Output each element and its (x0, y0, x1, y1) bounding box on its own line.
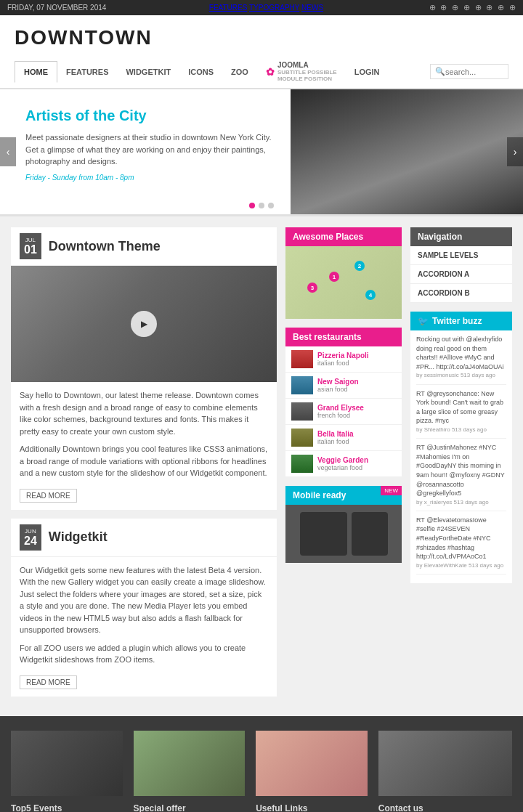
restaurant-name-1[interactable]: Pizzeria Napoli (317, 352, 396, 360)
main-nav: HOME FEATURES WIDGETKIT ICONS ZOO ✿ JOOM… (0, 55, 523, 89)
restaurant-name-2[interactable]: New Saigon (317, 378, 396, 386)
tweet-text-3: RT @JustinMahonez #NYC #Mahomies I'm on … (416, 443, 506, 498)
tweet-1: Rocking out with @alexhyfido doing real … (416, 335, 506, 385)
navigation-widget-items: SAMPLE LEVELS ACCORDION A ACCORDION B (410, 246, 512, 303)
main-content: JUL 01 Downtown Theme ▶ Say hello to Dow… (0, 216, 523, 716)
social-icon-3[interactable]: ⊕ (452, 3, 458, 12)
play-button[interactable]: ▶ (131, 311, 157, 337)
tweet-text-2: RT @greysonchance: New York bound! Can't… (416, 389, 506, 426)
tweet-text-4: RT @ElevatetomasIowe #selfie #24SEVEN #R… (416, 516, 506, 561)
nav-joomla[interactable]: ✿ JOOMLA SUBTITLE POSSIBLE MODULE POSITI… (257, 55, 346, 88)
restaurant-name-5[interactable]: Veggie Garden (317, 456, 396, 464)
site-logo[interactable]: DOWNTOWN (15, 26, 508, 49)
nav-icons[interactable]: ICONS (179, 62, 222, 82)
site-footer: Top5 Events 07/22/11 - Comedy Festival 0… (0, 716, 523, 813)
nav-login[interactable]: LOGIN (346, 62, 389, 82)
social-icon-1[interactable]: ⊕ (429, 3, 436, 12)
restaurant-name-4[interactable]: Bella Italia (317, 430, 396, 438)
social-icon-7[interactable]: ⊕ (498, 3, 504, 12)
footer-offer-col: Special offer Connys restaurant 20% off … (134, 731, 246, 813)
article2-date: JUN 24 (20, 524, 41, 551)
social-icon-5[interactable]: ⊕ (475, 3, 482, 12)
social-icon-6[interactable]: ⊕ (486, 3, 492, 12)
topbar-link-typography[interactable]: TYPOGRAPHY (249, 4, 299, 12)
tweet-4: RT @ElevatetomasIowe #selfie #24SEVEN #R… (416, 516, 506, 575)
hero-slider: Artists of the City Meet passionate desi… (0, 89, 523, 216)
article1-body2: Additionally Downtown brings you cool fe… (20, 443, 268, 479)
nav-widget-item-sample[interactable]: SAMPLE LEVELS (410, 246, 512, 265)
twitter-widget-header: 🐦 Twitter buzz (410, 312, 512, 330)
article-widgetkit: JUN 24 Widgetkit Our Widgetkit gets some… (11, 519, 277, 697)
search-input[interactable] (445, 68, 503, 76)
article2-read-more[interactable]: READ MORE (20, 675, 77, 689)
footer-contact-image (378, 731, 512, 796)
social-icon-4[interactable]: ⊕ (463, 3, 470, 12)
article1-body1: Say hello to Downtown, our latest theme … (20, 389, 268, 437)
nav-widgetkit[interactable]: WIDGETKIT (117, 62, 179, 82)
nav-widget-item-accordion-b[interactable]: ACCORDION B (410, 284, 512, 303)
middle-column: Awesome Places 1 2 3 4 Best restaurants … (285, 227, 402, 705)
topbar-link-news[interactable]: NEWS (301, 4, 323, 12)
footer-links-col: Useful Links Joomla Templates Wordpress … (256, 731, 368, 813)
restaurant-type-3: french food (317, 412, 396, 419)
footer-links-title: Useful Links (256, 803, 368, 813)
article1-read-more[interactable]: READ MORE (20, 489, 77, 503)
twitter-widget-label: Twitter buzz (432, 316, 482, 326)
tablet-icon (300, 512, 347, 556)
article2-title: Widgetkit (49, 529, 108, 545)
restaurant-name-3[interactable]: Grand Elysee (317, 404, 396, 412)
tweet-by-4: by ElevateWithKate 513 days ago (416, 561, 506, 569)
restaurant-thumb-2 (291, 376, 313, 394)
article1-image: ▶ (11, 266, 277, 382)
slider-text-panel: Artists of the City Meet passionate desi… (0, 89, 291, 214)
article2-body2: For all ZOO users we added a plugin whic… (20, 642, 268, 666)
tweet-by-1: by sessimonusic 513 days ago (416, 371, 506, 379)
search-box[interactable]: 🔍 (430, 64, 508, 79)
slider-dot-3[interactable] (268, 203, 274, 208)
twitter-content: Rocking out with @alexhyfido doing real … (410, 330, 512, 583)
left-column: JUL 01 Downtown Theme ▶ Say hello to Dow… (11, 227, 277, 705)
restaurant-thumb-5 (291, 455, 313, 473)
restaurant-thumb-3 (291, 402, 313, 421)
slider-hours: Friday - Sunday from 10am - 8pm (25, 174, 272, 182)
right-column: Navigation SAMPLE LEVELS ACCORDION A ACC… (410, 227, 512, 705)
slider-image (291, 89, 523, 214)
phone-icon (352, 512, 388, 556)
slider-next-button[interactable]: › (507, 137, 523, 166)
social-icon-8[interactable]: ⊕ (509, 3, 516, 12)
restaurant-thumb-1 (291, 350, 313, 368)
footer-contact-title: Contact us (378, 803, 512, 813)
map-pin-2[interactable]: 2 (354, 261, 365, 271)
tweet-3: RT @JustinMahonez #NYC #Mahomies I'm on … (416, 443, 506, 511)
restaurant-thumb-4 (291, 429, 313, 447)
tweet-2: RT @greysonchance: New York bound! Can't… (416, 389, 506, 439)
nav-zoo[interactable]: ZOO (222, 62, 257, 82)
navigation-widget: Navigation SAMPLE LEVELS ACCORDION A ACC… (410, 227, 512, 303)
footer-events-title: Top5 Events (11, 803, 123, 813)
topbar-link-features[interactable]: FEATURES (209, 4, 248, 12)
nav-features[interactable]: FEATURES (57, 62, 117, 82)
map-pin-3[interactable]: 3 (307, 283, 317, 293)
map-pin-4[interactable]: 4 (365, 290, 376, 300)
mobile-preview (285, 505, 402, 563)
map-pin-1[interactable]: 1 (329, 272, 339, 282)
restaurant-type-4: italian food (317, 438, 396, 445)
list-item: New Saigon asian food (285, 373, 402, 399)
nav-widget-item-accordion-a[interactable]: ACCORDION A (410, 265, 512, 284)
awesome-places-map: 1 2 3 4 (285, 246, 402, 319)
topbar-social-icons: ⊕ ⊕ ⊕ ⊕ ⊕ ⊕ ⊕ ⊕ (426, 3, 516, 12)
topbar: FRIDAY, 07 NOVEMBER 2014 FEATURES TYPOGR… (0, 0, 523, 15)
slider-dot-1[interactable] (249, 203, 255, 208)
slider-prev-button[interactable]: ‹ (0, 137, 16, 166)
tweet-by-2: by Shleathiro 513 days ago (416, 426, 506, 434)
slider-dot-2[interactable] (259, 203, 264, 208)
social-icon-2[interactable]: ⊕ (440, 3, 447, 12)
search-icon: 🔍 (435, 67, 445, 76)
nav-home[interactable]: HOME (15, 61, 57, 83)
awesome-places-header: Awesome Places (285, 227, 402, 246)
footer-columns: Top5 Events 07/22/11 - Comedy Festival 0… (11, 731, 512, 813)
restaurant-type-2: asian food (317, 386, 396, 393)
slider-title: Artists of the City (25, 107, 272, 124)
footer-links-image (256, 731, 368, 796)
topbar-date: FRIDAY, 07 NOVEMBER 2014 (7, 4, 106, 12)
